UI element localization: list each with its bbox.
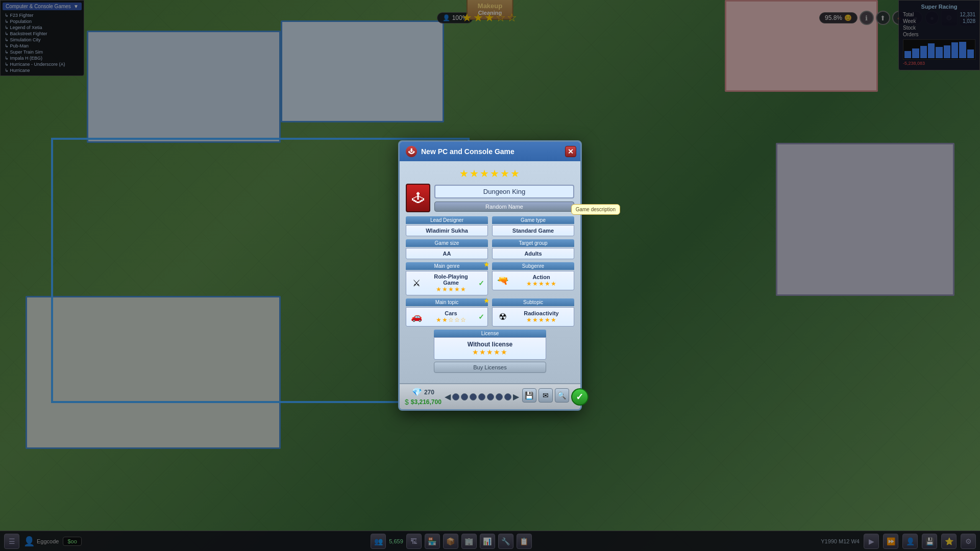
game-size-label: Game size xyxy=(406,239,488,247)
nav-next-arrow[interactable]: ▶ xyxy=(513,392,519,402)
footer-stats: 💎 270 $ $3,216,700 xyxy=(405,387,442,406)
modal-header: 🕹 New PC and Console Game ✕ xyxy=(400,142,580,161)
game-name-input[interactable] xyxy=(434,185,574,198)
main-topic-label: Main topic ★ xyxy=(406,298,488,306)
step-dot-4[interactable] xyxy=(478,393,485,400)
game-size-value[interactable]: AA xyxy=(406,248,488,259)
target-group-value[interactable]: Adults xyxy=(492,248,574,259)
new-game-modal: 🕹 New PC and Console Game ✕ ★★★★★★ 🕹 Ran… xyxy=(398,140,582,411)
radioactivity-icon: ☢ xyxy=(496,310,510,324)
topic-text: Cars ★★☆☆☆ xyxy=(426,310,476,323)
subtopic-text: Radioactivity ★★★★★ xyxy=(512,310,571,323)
buy-licenses-button[interactable]: Buy Licenses xyxy=(434,362,546,373)
money-icon: $ xyxy=(405,398,409,406)
game-type-label: Game type xyxy=(492,216,574,224)
modal-stars: ★★★★★★ xyxy=(406,167,574,180)
designer-gametype-row: Lead Designer Wladimir Sukha Game type S… xyxy=(406,216,574,236)
genre-check-icon: ✓ xyxy=(478,279,484,287)
step-dot-5[interactable] xyxy=(487,393,494,400)
save-action-btn[interactable]: 💾 xyxy=(522,388,536,403)
name-column: Random Name xyxy=(434,185,574,212)
main-topic-field: Main topic ★ 🚗 Cars ★★☆☆☆ ✓ xyxy=(406,298,488,327)
license-label: License xyxy=(434,330,546,337)
size-target-row: Game size AA Target group Adults xyxy=(406,239,574,259)
main-topic-value[interactable]: 🚗 Cars ★★☆☆☆ ✓ xyxy=(406,307,488,327)
target-group-label: Target group xyxy=(492,239,574,247)
footer-navigation: ◀ ▶ xyxy=(445,392,519,402)
step-dot-1[interactable] xyxy=(452,393,459,400)
subtopic-value[interactable]: ☢ Radioactivity ★★★★★ xyxy=(492,307,574,327)
action-icon: 🔫 xyxy=(496,273,510,288)
main-genre-label: Main genre ★ xyxy=(406,262,488,270)
rpg-icon: ⚔ xyxy=(409,276,424,290)
subtopic-label: Subtopic xyxy=(492,298,574,306)
topic-check-icon: ✓ xyxy=(478,313,484,321)
lead-designer-label: Lead Designer xyxy=(406,216,488,224)
modal-title: New PC and Console Game xyxy=(421,147,514,156)
cars-icon: 🚗 xyxy=(409,310,424,324)
footer-actions: 💾 ✉ 🔍 ✓ xyxy=(522,388,589,406)
lead-designer-value[interactable]: Wladimir Sukha xyxy=(406,225,488,236)
subgenre-field: Subgenre 🔫 Action ★★★★★ xyxy=(492,262,574,295)
license-value[interactable]: Without license ★★★★★ xyxy=(434,337,546,360)
modal-body: ★★★★★★ 🕹 Random Name Game description Le… xyxy=(400,161,580,383)
step-dot-7[interactable] xyxy=(504,393,511,400)
points-icon: 💎 xyxy=(412,387,422,397)
modal-footer: 💎 270 $ $3,216,700 ◀ ▶ xyxy=(400,383,580,409)
subtopic-field: Subtopic ☢ Radioactivity ★★★★★ xyxy=(492,298,574,327)
mail-action-btn[interactable]: ✉ xyxy=(538,388,553,403)
search-action-btn[interactable]: 🔍 xyxy=(555,388,569,403)
game-description-tooltip: Game description xyxy=(571,204,620,215)
subgenre-label: Subgenre xyxy=(492,262,574,270)
step-dot-3[interactable] xyxy=(470,393,477,400)
step-dot-2[interactable] xyxy=(461,393,468,400)
modal-overlay: 🕹 New PC and Console Game ✕ ★★★★★★ 🕹 Ran… xyxy=(0,0,980,551)
step-dot-6[interactable] xyxy=(496,393,503,400)
genre-star-icon: ★ xyxy=(483,260,490,268)
main-genre-field: Main genre ★ ⚔ Role-Playing Game ★★★★★ ✓ xyxy=(406,262,488,295)
genre-text: Role-Playing Game ★★★★★ xyxy=(426,273,476,293)
topic-star-icon: ★ xyxy=(483,296,490,305)
modal-close-button[interactable]: ✕ xyxy=(565,146,576,157)
points-value: 270 xyxy=(424,389,434,396)
modal-header-icon: 🕹 xyxy=(406,146,417,157)
footer-money-value: $3,216,700 xyxy=(411,398,442,406)
topic-subtopic-row: Main topic ★ 🚗 Cars ★★☆☆☆ ✓ Subtopi xyxy=(406,298,574,327)
random-name-button[interactable]: Random Name xyxy=(434,202,574,212)
game-icon: 🕹 xyxy=(406,184,430,212)
subgenre-text: Action ★★★★★ xyxy=(512,274,571,287)
confirm-button[interactable]: ✓ xyxy=(571,388,589,406)
subgenre-value[interactable]: 🔫 Action ★★★★★ xyxy=(492,271,574,290)
license-section: License Without license ★★★★★ Buy Licens… xyxy=(406,330,574,377)
genre-subgenre-row: Main genre ★ ⚔ Role-Playing Game ★★★★★ ✓ xyxy=(406,262,574,295)
lead-designer-field: Lead Designer Wladimir Sukha xyxy=(406,216,488,236)
game-type-field: Game type Standard Game xyxy=(492,216,574,236)
target-group-field: Target group Adults xyxy=(492,239,574,259)
nav-prev-arrow[interactable]: ◀ xyxy=(445,392,451,402)
game-type-value[interactable]: Standard Game xyxy=(492,225,574,236)
name-row: 🕹 Random Name Game description xyxy=(406,184,574,212)
main-genre-value[interactable]: ⚔ Role-Playing Game ★★★★★ ✓ xyxy=(406,271,488,295)
game-size-field: Game size AA xyxy=(406,239,488,259)
